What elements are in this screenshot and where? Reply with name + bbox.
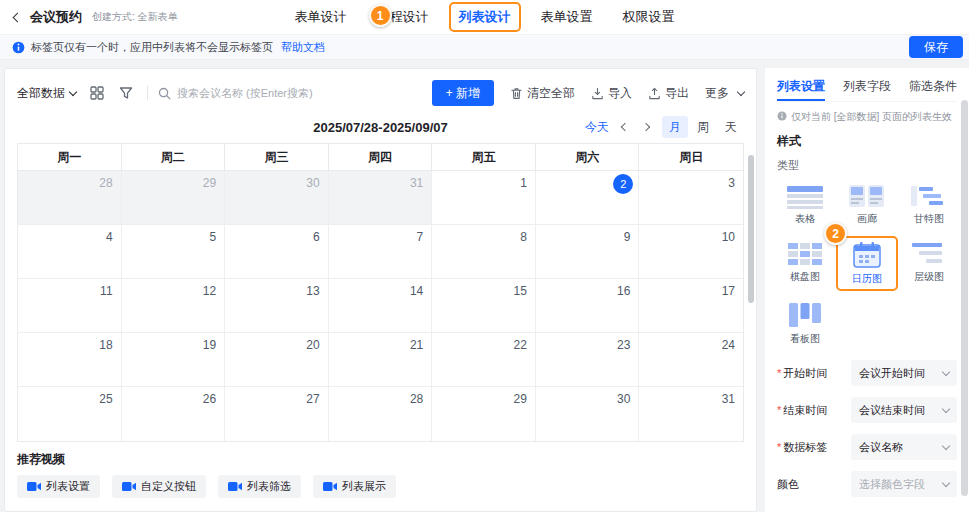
- panel-tab-1[interactable]: 列表设置: [777, 74, 825, 101]
- design-tab-2[interactable]: 流程设计: [377, 8, 429, 26]
- view-mode-button-3[interactable]: 天: [718, 116, 744, 138]
- design-tab-4[interactable]: 表单设置: [541, 8, 593, 26]
- filter-icon[interactable]: [118, 85, 134, 101]
- calendar-day-cell[interactable]: 29: [122, 171, 226, 225]
- calendar-day-cell[interactable]: 30: [225, 171, 329, 225]
- chevron-down-icon: [942, 479, 950, 487]
- day-number: 29: [513, 392, 526, 406]
- calendar-day-cell[interactable]: 3: [639, 171, 743, 225]
- chevron-right-icon: [642, 123, 650, 131]
- calendar-day-cell[interactable]: 30: [536, 387, 640, 441]
- view-mode-button-2[interactable]: 周: [690, 116, 716, 138]
- calendar-day-cell[interactable]: 19: [122, 333, 226, 387]
- calendar-day-cell[interactable]: 25: [18, 387, 122, 441]
- video-label: 自定义按钮: [141, 479, 196, 494]
- import-button[interactable]: 导入: [591, 85, 632, 102]
- calendar-day-cell[interactable]: 18: [18, 333, 122, 387]
- calendar-day-cell[interactable]: 28: [18, 171, 122, 225]
- design-tab-5[interactable]: 权限设置: [623, 8, 675, 26]
- calendar-day-cell[interactable]: 16: [536, 279, 640, 333]
- clear-all-button[interactable]: 清空全部: [510, 85, 575, 102]
- calendar-day-cell[interactable]: 7: [329, 225, 433, 279]
- view-type-label: 看板图: [790, 332, 820, 346]
- view-type-calendar[interactable]: 日历图: [839, 239, 895, 288]
- field-select-end-time[interactable]: 会议结束时间: [851, 397, 957, 423]
- calendar-day-cell[interactable]: 9: [536, 225, 640, 279]
- view-type-label: 表格: [795, 212, 815, 226]
- video-link[interactable]: 自定义按钮: [112, 475, 206, 498]
- calendar-range-label: 2025/07/28-2025/09/07: [313, 120, 447, 135]
- more-dropdown[interactable]: 更多: [705, 85, 744, 102]
- calendar-day-cell[interactable]: 10: [639, 225, 743, 279]
- weekday-label: 周三: [225, 144, 329, 170]
- export-label: 导出: [665, 85, 689, 102]
- field-select-data-label[interactable]: 会议名称: [851, 434, 957, 460]
- video-link[interactable]: 列表展示: [313, 475, 396, 498]
- day-number: 15: [513, 284, 526, 298]
- calendar-day-cell[interactable]: 6: [225, 225, 329, 279]
- panel-tab-2[interactable]: 列表字段: [843, 74, 891, 101]
- next-period-button[interactable]: [641, 122, 651, 132]
- search-input[interactable]: 搜索会议名称 (按Enter搜索): [158, 86, 432, 101]
- view-type-gantt[interactable]: 甘特图: [901, 181, 957, 228]
- calendar-day-cell[interactable]: 29: [432, 387, 536, 441]
- panel-scrollbar[interactable]: [961, 100, 968, 496]
- calendar-day-cell[interactable]: 13: [225, 279, 329, 333]
- calendar-day-cell[interactable]: 5: [122, 225, 226, 279]
- calendar-day-cell[interactable]: 1: [432, 171, 536, 225]
- view-type-board[interactable]: 棋盘图: [777, 239, 833, 288]
- calendar-day-cell[interactable]: 28: [329, 387, 433, 441]
- data-scope-dropdown[interactable]: 全部数据: [17, 85, 76, 102]
- trash-icon: [510, 87, 523, 100]
- calendar-day-cell[interactable]: 11: [18, 279, 122, 333]
- field-select-color[interactable]: 选择颜色字段: [851, 471, 957, 497]
- display-settings-icon[interactable]: [89, 85, 105, 101]
- view-type-hierarchy[interactable]: 层级图: [901, 239, 957, 288]
- chevron-down-icon: [942, 442, 950, 450]
- design-tab-1[interactable]: 表单设计: [295, 8, 347, 26]
- calendar-day-cell[interactable]: 2: [536, 171, 640, 225]
- save-button[interactable]: 保存: [909, 36, 963, 58]
- board-scrollbar[interactable]: [748, 155, 754, 303]
- design-tab-3[interactable]: 列表设计: [459, 8, 511, 26]
- calendar-day-cell[interactable]: 4: [18, 225, 122, 279]
- calendar-day-cell[interactable]: 20: [225, 333, 329, 387]
- calendar-day-cell[interactable]: 24: [639, 333, 743, 387]
- video-link[interactable]: 列表设置: [17, 475, 100, 498]
- calendar-day-cell[interactable]: 8: [432, 225, 536, 279]
- calendar-day-cell[interactable]: 27: [225, 387, 329, 441]
- view-type-label: 棋盘图: [790, 270, 820, 284]
- calendar-day-cell[interactable]: 26: [122, 387, 226, 441]
- help-doc-link[interactable]: 帮助文档: [281, 40, 325, 55]
- calendar-day-cell[interactable]: 22: [432, 333, 536, 387]
- view-type-kanban[interactable]: 看板图: [777, 299, 833, 348]
- calendar-day-cell[interactable]: 12: [122, 279, 226, 333]
- day-number: 24: [722, 338, 735, 352]
- field-select-start-time[interactable]: 会议开始时间: [851, 360, 957, 386]
- notice-text: 标签页仅有一个时，应用中列表将不会显示标签页: [31, 40, 273, 55]
- app-header: 会议预约 创建方式: 全新表单 表单设计流程设计列表设计表单设置权限设置: [0, 0, 969, 34]
- prev-period-button[interactable]: [620, 122, 630, 132]
- field-value-data-label: 会议名称: [859, 440, 903, 455]
- calendar-day-cell[interactable]: 17: [639, 279, 743, 333]
- view-type-table[interactable]: 表格: [777, 181, 833, 228]
- new-record-button[interactable]: + 新增: [432, 80, 494, 106]
- video-link[interactable]: 列表筛选: [218, 475, 301, 498]
- export-button[interactable]: 导出: [648, 85, 689, 102]
- calendar-day-cell[interactable]: 21: [329, 333, 433, 387]
- calendar-controls: 今天 月周天: [585, 116, 744, 138]
- panel-tab-3[interactable]: 筛选条件: [909, 74, 957, 101]
- weekday-header: 周一周二周三周四周五周六周日: [17, 143, 744, 170]
- calendar-day-cell[interactable]: 31: [639, 387, 743, 441]
- view-mode-button-1[interactable]: 月: [662, 116, 688, 138]
- view-mode-switch: 月周天: [662, 116, 744, 138]
- video-chip-row: 列表设置自定义按钮列表筛选列表展示: [17, 475, 744, 498]
- back-button[interactable]: [14, 14, 21, 21]
- view-type-gallery[interactable]: 画廊: [839, 181, 895, 228]
- calendar-day-cell[interactable]: 31: [329, 171, 433, 225]
- today-button[interactable]: 今天: [585, 119, 609, 136]
- calendar-day-cell[interactable]: 14: [329, 279, 433, 333]
- calendar-day-cell[interactable]: 15: [432, 279, 536, 333]
- calendar-day-cell[interactable]: 23: [536, 333, 640, 387]
- day-number: 31: [410, 176, 423, 190]
